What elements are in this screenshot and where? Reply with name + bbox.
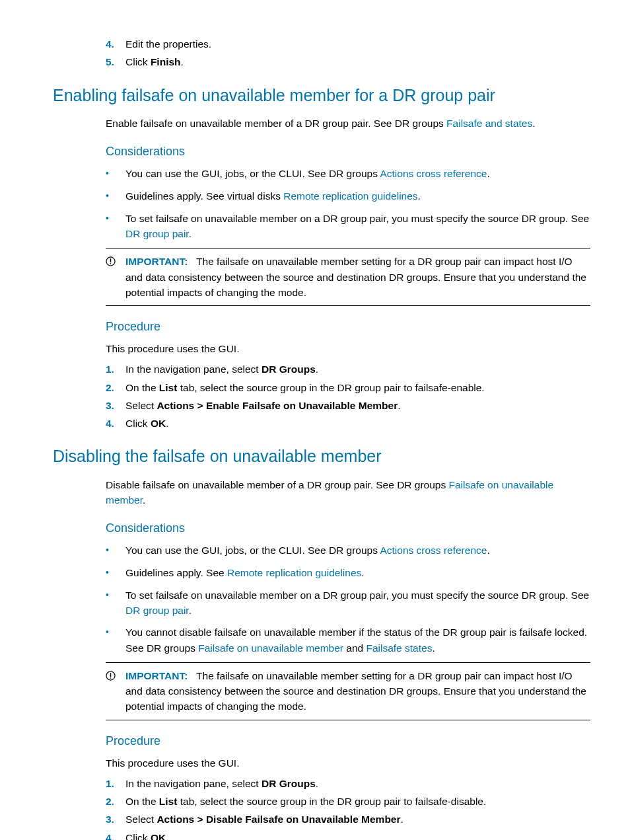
step-text: On the List tab, select the source group… <box>125 794 486 809</box>
step-number: 3. <box>106 398 125 413</box>
bullet-icon: • <box>106 543 125 558</box>
link[interactable]: Actions cross reference <box>380 168 487 179</box>
list-item: 2. On the List tab, select the source gr… <box>106 794 590 809</box>
list-item: • Guidelines apply. See virtual disks Re… <box>106 188 590 204</box>
bullet-icon: • <box>106 211 125 242</box>
step-text: Click OK. <box>125 416 168 431</box>
link[interactable]: Remote replication guidelines <box>227 567 361 578</box>
step-number: 4. <box>106 36 125 52</box>
link[interactable]: Failsafe on unavailable member <box>198 642 343 654</box>
important-note: IMPORTANT: The failsafe on unavailable m… <box>106 248 590 306</box>
bullet-text: To set failsafe on unavailable member on… <box>125 588 590 619</box>
important-note: IMPORTANT: The failsafe on unavailable m… <box>106 662 590 720</box>
list-item: 4. Click OK. <box>106 830 590 840</box>
intro-paragraph: Enable failsafe on unavailable member of… <box>106 116 590 131</box>
list-item: • You can use the GUI, jobs, or the CLUI… <box>106 166 590 182</box>
step-text: Click OK. <box>125 830 168 840</box>
list-item: • Guidelines apply. See Remote replicati… <box>106 565 590 581</box>
svg-rect-4 <box>110 673 112 677</box>
section-heading: Disabling the failsafe on unavailable me… <box>53 444 590 469</box>
link[interactable]: DR group pair <box>125 605 189 616</box>
list-item: 3. Select Actions > Disable Failsafe on … <box>106 812 590 827</box>
link[interactable]: Failsafe states <box>366 642 432 654</box>
important-icon <box>106 668 125 714</box>
bullet-text: Guidelines apply. See Remote replication… <box>125 565 365 581</box>
important-text: IMPORTANT: The failsafe on unavailable m… <box>125 254 590 300</box>
procedure-intro: This procedure uses the GUI. <box>106 341 590 356</box>
svg-rect-2 <box>110 263 112 264</box>
list-item: • You cannot disable failsafe on unavail… <box>106 625 590 656</box>
bullet-icon: • <box>106 166 125 182</box>
step-number: 1. <box>106 362 125 377</box>
bullet-text: You can use the GUI, jobs, or the CLUI. … <box>125 543 490 558</box>
section-heading: Enabling failsafe on unavailable member … <box>53 83 590 108</box>
step-number: 4. <box>106 830 125 840</box>
list-item: 1. In the navigation pane, select DR Gro… <box>106 776 590 791</box>
list-item: 4. Click OK. <box>106 416 590 431</box>
bullet-text: Guidelines apply. See virtual disks Remo… <box>125 188 421 204</box>
continued-step-list: 4. Edit the properties. 5. Click Finish. <box>106 36 590 70</box>
bullet-text: To set failsafe on unavailable member on… <box>125 211 590 242</box>
important-icon <box>106 254 125 300</box>
considerations-list: • You can use the GUI, jobs, or the CLUI… <box>106 543 590 656</box>
procedure-intro: This procedure uses the GUI. <box>106 755 590 771</box>
step-text: Select Actions > Enable Failsafe on Unav… <box>125 398 401 413</box>
bullet-icon: • <box>106 188 125 204</box>
subsection-heading: Procedure <box>106 732 590 750</box>
step-number: 2. <box>106 380 125 395</box>
step-number: 2. <box>106 794 125 809</box>
list-item: 1. In the navigation pane, select DR Gro… <box>106 362 590 377</box>
considerations-list: • You can use the GUI, jobs, or the CLUI… <box>106 166 590 241</box>
bullet-icon: • <box>106 588 125 619</box>
list-item: 3. Select Actions > Enable Failsafe on U… <box>106 398 590 413</box>
step-text: Edit the properties. <box>125 36 211 52</box>
svg-rect-1 <box>110 259 112 263</box>
step-number: 1. <box>106 776 125 791</box>
intro-paragraph: Disable failsafe on unavailable member o… <box>106 477 590 508</box>
svg-rect-5 <box>110 677 112 679</box>
step-text: On the List tab, select the source group… <box>125 380 485 395</box>
link[interactable]: Remote replication guidelines <box>283 190 417 202</box>
subsection-heading: Considerations <box>106 143 590 161</box>
step-text: Select Actions > Disable Failsafe on Una… <box>125 812 403 827</box>
bullet-icon: • <box>106 565 125 581</box>
list-item: 5. Click Finish. <box>106 54 590 69</box>
link[interactable]: DR group pair <box>125 228 189 239</box>
bullet-text: You can use the GUI, jobs, or the CLUI. … <box>125 166 490 182</box>
procedure-list: 1. In the navigation pane, select DR Gro… <box>106 362 590 431</box>
step-number: 4. <box>106 416 125 431</box>
step-number: 3. <box>106 812 125 827</box>
list-item: 2. On the List tab, select the source gr… <box>106 380 590 395</box>
bullet-text: You cannot disable failsafe on unavailab… <box>125 625 590 656</box>
subsection-heading: Procedure <box>106 318 590 336</box>
bullet-icon: • <box>106 625 125 656</box>
important-text: IMPORTANT: The failsafe on unavailable m… <box>125 668 590 714</box>
procedure-list: 1. In the navigation pane, select DR Gro… <box>106 776 590 840</box>
step-text: In the navigation pane, select DR Groups… <box>125 776 318 791</box>
subsection-heading: Considerations <box>106 519 590 537</box>
step-number: 5. <box>106 54 125 69</box>
list-item: 4. Edit the properties. <box>106 36 590 52</box>
step-text: In the navigation pane, select DR Groups… <box>125 362 318 377</box>
link[interactable]: Actions cross reference <box>380 545 487 556</box>
list-item: • To set failsafe on unavailable member … <box>106 588 590 619</box>
step-text: Click Finish. <box>125 54 184 69</box>
link-failsafe-states[interactable]: Failsafe and states <box>446 118 532 129</box>
list-item: • To set failsafe on unavailable member … <box>106 211 590 242</box>
list-item: • You can use the GUI, jobs, or the CLUI… <box>106 543 590 558</box>
